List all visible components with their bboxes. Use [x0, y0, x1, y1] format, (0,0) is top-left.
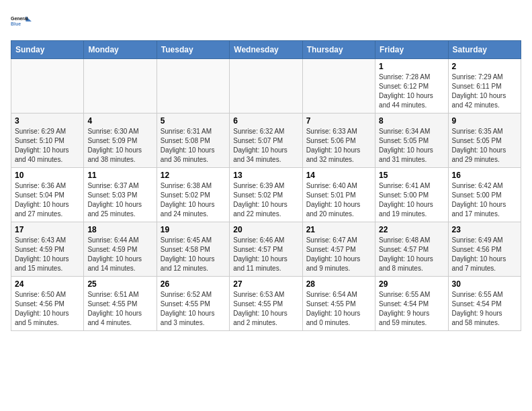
day-number: 27 [233, 279, 298, 289]
day-number: 30 [452, 279, 517, 289]
day-number: 26 [161, 279, 226, 289]
calendar-cell [157, 59, 229, 113]
day-number: 13 [233, 171, 298, 180]
day-number: 20 [233, 225, 298, 234]
day-info: Sunrise: 7:28 AM Sunset: 6:12 PM Dayligh… [379, 73, 444, 110]
calendar-cell: 21Sunrise: 6:47 AM Sunset: 4:57 PM Dayli… [302, 222, 375, 277]
day-number: 10 [15, 171, 80, 180]
calendar-cell: 30Sunrise: 6:55 AM Sunset: 4:54 PM Dayli… [448, 277, 521, 331]
calendar-cell [11, 59, 84, 113]
day-info: Sunrise: 6:46 AM Sunset: 4:57 PM Dayligh… [233, 236, 298, 273]
calendar-cell: 6Sunrise: 6:32 AM Sunset: 5:07 PM Daylig… [230, 113, 302, 168]
day-number: 7 [306, 116, 371, 126]
week-row-2: 3Sunrise: 6:29 AM Sunset: 5:10 PM Daylig… [11, 113, 521, 168]
calendar-cell: 28Sunrise: 6:54 AM Sunset: 4:55 PM Dayli… [302, 277, 375, 331]
day-info: Sunrise: 6:38 AM Sunset: 5:02 PM Dayligh… [161, 181, 226, 219]
day-number: 19 [161, 225, 226, 234]
day-info: Sunrise: 6:54 AM Sunset: 4:55 PM Dayligh… [306, 290, 371, 328]
weekday-header-wednesday: Wednesday [230, 41, 302, 59]
day-info: Sunrise: 6:51 AM Sunset: 4:55 PM Dayligh… [87, 290, 152, 328]
day-number: 9 [452, 116, 517, 126]
day-number: 4 [87, 116, 152, 126]
day-info: Sunrise: 6:44 AM Sunset: 4:59 PM Dayligh… [87, 236, 152, 273]
calendar-cell: 22Sunrise: 6:48 AM Sunset: 4:57 PM Dayli… [375, 222, 448, 277]
day-number: 25 [87, 279, 152, 289]
day-info: Sunrise: 6:45 AM Sunset: 4:58 PM Dayligh… [161, 236, 226, 273]
calendar-cell: 15Sunrise: 6:41 AM Sunset: 5:00 PM Dayli… [375, 168, 448, 222]
day-info: Sunrise: 6:49 AM Sunset: 4:56 PM Dayligh… [452, 236, 517, 273]
day-number: 22 [379, 225, 444, 234]
day-info: Sunrise: 6:50 AM Sunset: 4:56 PM Dayligh… [15, 290, 80, 328]
calendar-cell: 29Sunrise: 6:55 AM Sunset: 4:54 PM Dayli… [375, 277, 448, 331]
day-info: Sunrise: 6:41 AM Sunset: 5:00 PM Dayligh… [379, 181, 444, 219]
day-info: Sunrise: 6:31 AM Sunset: 5:08 PM Dayligh… [161, 127, 226, 165]
day-number: 11 [87, 171, 152, 180]
calendar-cell: 12Sunrise: 6:38 AM Sunset: 5:02 PM Dayli… [157, 168, 229, 222]
day-number: 5 [161, 116, 226, 126]
weekday-header-row: SundayMondayTuesdayWednesdayThursdayFrid… [11, 41, 521, 59]
calendar-cell [302, 59, 375, 113]
day-info: Sunrise: 6:47 AM Sunset: 4:57 PM Dayligh… [306, 236, 371, 273]
calendar-cell [230, 59, 302, 113]
calendar-cell: 24Sunrise: 6:50 AM Sunset: 4:56 PM Dayli… [11, 277, 84, 331]
calendar-cell: 14Sunrise: 6:40 AM Sunset: 5:01 PM Dayli… [302, 168, 375, 222]
day-info: Sunrise: 6:48 AM Sunset: 4:57 PM Dayligh… [379, 236, 444, 273]
day-number: 29 [379, 279, 444, 289]
week-row-3: 10Sunrise: 6:36 AM Sunset: 5:04 PM Dayli… [11, 168, 521, 222]
calendar-cell: 16Sunrise: 6:42 AM Sunset: 5:00 PM Dayli… [448, 168, 521, 222]
page-header: GeneralBlue [11, 11, 521, 32]
day-number: 8 [379, 116, 444, 126]
calendar-cell: 4Sunrise: 6:30 AM Sunset: 5:09 PM Daylig… [84, 113, 157, 168]
day-number: 24 [15, 279, 80, 289]
day-number: 3 [15, 116, 80, 126]
calendar-cell: 2Sunrise: 7:29 AM Sunset: 6:11 PM Daylig… [448, 59, 521, 113]
calendar-cell: 5Sunrise: 6:31 AM Sunset: 5:08 PM Daylig… [157, 113, 229, 168]
logo: GeneralBlue [11, 11, 32, 32]
weekday-header-friday: Friday [375, 41, 448, 59]
calendar-cell: 13Sunrise: 6:39 AM Sunset: 5:02 PM Dayli… [230, 168, 302, 222]
day-info: Sunrise: 6:34 AM Sunset: 5:05 PM Dayligh… [379, 127, 444, 165]
calendar-cell: 1Sunrise: 7:28 AM Sunset: 6:12 PM Daylig… [375, 59, 448, 113]
calendar-cell: 27Sunrise: 6:53 AM Sunset: 4:55 PM Dayli… [230, 277, 302, 331]
day-info: Sunrise: 6:29 AM Sunset: 5:10 PM Dayligh… [15, 127, 80, 165]
day-number: 18 [87, 225, 152, 234]
calendar-cell: 19Sunrise: 6:45 AM Sunset: 4:58 PM Dayli… [157, 222, 229, 277]
calendar-cell: 3Sunrise: 6:29 AM Sunset: 5:10 PM Daylig… [11, 113, 84, 168]
calendar-table: SundayMondayTuesdayWednesdayThursdayFrid… [11, 40, 521, 331]
day-number: 14 [306, 171, 371, 180]
day-info: Sunrise: 7:29 AM Sunset: 6:11 PM Dayligh… [452, 73, 517, 110]
calendar-cell: 23Sunrise: 6:49 AM Sunset: 4:56 PM Dayli… [448, 222, 521, 277]
svg-text:General: General [11, 16, 28, 21]
day-number: 15 [379, 171, 444, 180]
calendar-cell: 25Sunrise: 6:51 AM Sunset: 4:55 PM Dayli… [84, 277, 157, 331]
day-info: Sunrise: 6:55 AM Sunset: 4:54 PM Dayligh… [379, 290, 444, 328]
day-info: Sunrise: 6:37 AM Sunset: 5:03 PM Dayligh… [87, 181, 152, 219]
day-info: Sunrise: 6:35 AM Sunset: 5:05 PM Dayligh… [452, 127, 517, 165]
day-info: Sunrise: 6:42 AM Sunset: 5:00 PM Dayligh… [452, 181, 517, 219]
day-info: Sunrise: 6:30 AM Sunset: 5:09 PM Dayligh… [87, 127, 152, 165]
calendar-cell: 18Sunrise: 6:44 AM Sunset: 4:59 PM Dayli… [84, 222, 157, 277]
week-row-1: 1Sunrise: 7:28 AM Sunset: 6:12 PM Daylig… [11, 59, 521, 113]
day-number: 17 [15, 225, 80, 234]
weekday-header-tuesday: Tuesday [157, 41, 229, 59]
week-row-5: 24Sunrise: 6:50 AM Sunset: 4:56 PM Dayli… [11, 277, 521, 331]
day-info: Sunrise: 6:55 AM Sunset: 4:54 PM Dayligh… [452, 290, 517, 328]
day-number: 28 [306, 279, 371, 289]
weekday-header-sunday: Sunday [11, 41, 84, 59]
day-info: Sunrise: 6:39 AM Sunset: 5:02 PM Dayligh… [233, 181, 298, 219]
day-number: 16 [452, 171, 517, 180]
day-info: Sunrise: 6:36 AM Sunset: 5:04 PM Dayligh… [15, 181, 80, 219]
day-number: 21 [306, 225, 371, 234]
calendar-cell: 7Sunrise: 6:33 AM Sunset: 5:06 PM Daylig… [302, 113, 375, 168]
day-number: 6 [233, 116, 298, 126]
day-number: 12 [161, 171, 226, 180]
day-number: 2 [452, 62, 517, 71]
weekday-header-saturday: Saturday [448, 41, 521, 59]
week-row-4: 17Sunrise: 6:43 AM Sunset: 4:59 PM Dayli… [11, 222, 521, 277]
day-info: Sunrise: 6:43 AM Sunset: 4:59 PM Dayligh… [15, 236, 80, 273]
day-info: Sunrise: 6:52 AM Sunset: 4:55 PM Dayligh… [161, 290, 226, 328]
weekday-header-thursday: Thursday [302, 41, 375, 59]
svg-text:Blue: Blue [11, 21, 21, 26]
calendar-cell: 10Sunrise: 6:36 AM Sunset: 5:04 PM Dayli… [11, 168, 84, 222]
weekday-header-monday: Monday [84, 41, 157, 59]
